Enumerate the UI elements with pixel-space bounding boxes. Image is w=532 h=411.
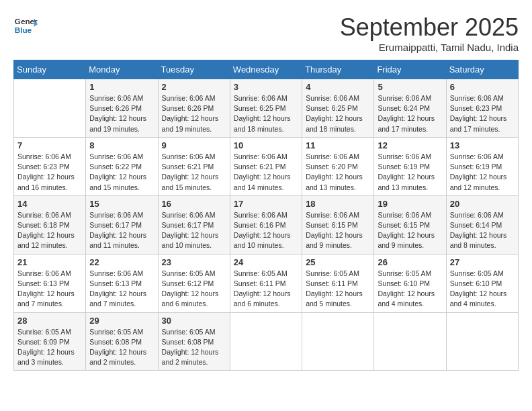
calendar-cell: 29Sunrise: 6:05 AM Sunset: 6:08 PM Dayli…: [86, 312, 158, 371]
calendar-cell: [230, 312, 302, 371]
day-info: Sunrise: 6:06 AM Sunset: 6:14 PM Dayligh…: [450, 210, 515, 251]
day-number: 3: [234, 82, 298, 92]
day-info: Sunrise: 6:06 AM Sunset: 6:25 PM Dayligh…: [306, 93, 370, 134]
location-subtitle: Erumaippatti, Tamil Nadu, India: [340, 42, 519, 53]
day-info: Sunrise: 6:06 AM Sunset: 6:13 PM Dayligh…: [89, 269, 154, 310]
calendar-cell: 4Sunrise: 6:06 AM Sunset: 6:25 PM Daylig…: [302, 79, 374, 138]
day-number: 17: [234, 199, 298, 209]
calendar-cell: [14, 79, 86, 138]
calendar-cell: 14Sunrise: 6:06 AM Sunset: 6:18 PM Dayli…: [14, 195, 86, 254]
day-number: 22: [89, 257, 154, 267]
day-number: 26: [378, 257, 442, 267]
logo: General Blue: [13, 13, 38, 38]
day-number: 18: [306, 199, 370, 209]
day-info: Sunrise: 6:06 AM Sunset: 6:20 PM Dayligh…: [306, 152, 370, 193]
calendar-cell: 27Sunrise: 6:05 AM Sunset: 6:10 PM Dayli…: [446, 254, 518, 312]
calendar-cell: 8Sunrise: 6:06 AM Sunset: 6:22 PM Daylig…: [86, 137, 158, 195]
calendar-cell: 26Sunrise: 6:05 AM Sunset: 6:10 PM Dayli…: [374, 254, 446, 312]
calendar-cell: 1Sunrise: 6:06 AM Sunset: 6:26 PM Daylig…: [86, 79, 158, 138]
day-number: 11: [306, 140, 370, 150]
day-number: 15: [89, 199, 154, 209]
day-info: Sunrise: 6:06 AM Sunset: 6:25 PM Dayligh…: [234, 93, 298, 134]
day-number: 27: [450, 257, 515, 267]
calendar-cell: 9Sunrise: 6:06 AM Sunset: 6:21 PM Daylig…: [158, 137, 230, 195]
day-number: 29: [89, 316, 154, 326]
day-number: 13: [450, 140, 515, 150]
day-number: 16: [162, 199, 226, 209]
weekday-header: Saturday: [446, 60, 518, 79]
calendar-cell: 12Sunrise: 6:06 AM Sunset: 6:19 PM Dayli…: [374, 137, 446, 195]
calendar-cell: 13Sunrise: 6:06 AM Sunset: 6:19 PM Dayli…: [446, 137, 518, 195]
day-info: Sunrise: 6:06 AM Sunset: 6:24 PM Dayligh…: [378, 93, 442, 134]
day-number: 20: [450, 199, 515, 209]
calendar-table: SundayMondayTuesdayWednesdayThursdayFrid…: [13, 60, 519, 371]
calendar-cell: 18Sunrise: 6:06 AM Sunset: 6:15 PM Dayli…: [302, 195, 374, 254]
svg-text:Blue: Blue: [15, 26, 32, 34]
month-title: September 2025: [340, 13, 519, 42]
calendar-cell: 19Sunrise: 6:06 AM Sunset: 6:15 PM Dayli…: [374, 195, 446, 254]
calendar-cell: 16Sunrise: 6:06 AM Sunset: 6:17 PM Dayli…: [158, 195, 230, 254]
calendar-week-row: 1Sunrise: 6:06 AM Sunset: 6:26 PM Daylig…: [14, 79, 519, 138]
weekday-header: Thursday: [302, 60, 374, 79]
day-info: Sunrise: 6:06 AM Sunset: 6:21 PM Dayligh…: [162, 152, 226, 193]
day-info: Sunrise: 6:06 AM Sunset: 6:13 PM Dayligh…: [17, 269, 82, 310]
day-info: Sunrise: 6:06 AM Sunset: 6:15 PM Dayligh…: [306, 210, 370, 251]
calendar-cell: 6Sunrise: 6:06 AM Sunset: 6:23 PM Daylig…: [446, 79, 518, 138]
day-info: Sunrise: 6:06 AM Sunset: 6:22 PM Dayligh…: [89, 152, 154, 193]
calendar-week-row: 21Sunrise: 6:06 AM Sunset: 6:13 PM Dayli…: [14, 254, 519, 312]
calendar-cell: 24Sunrise: 6:05 AM Sunset: 6:11 PM Dayli…: [230, 254, 302, 312]
day-info: Sunrise: 6:06 AM Sunset: 6:18 PM Dayligh…: [17, 210, 82, 251]
day-info: Sunrise: 6:05 AM Sunset: 6:10 PM Dayligh…: [450, 269, 515, 310]
day-info: Sunrise: 6:06 AM Sunset: 6:19 PM Dayligh…: [450, 152, 515, 193]
calendar-cell: 22Sunrise: 6:06 AM Sunset: 6:13 PM Dayli…: [86, 254, 158, 312]
page-header: General Blue September 2025 Erumaippatti…: [13, 13, 519, 53]
calendar-cell: 30Sunrise: 6:05 AM Sunset: 6:08 PM Dayli…: [158, 312, 230, 371]
day-info: Sunrise: 6:06 AM Sunset: 6:17 PM Dayligh…: [162, 210, 226, 251]
day-number: 1: [89, 82, 154, 92]
day-info: Sunrise: 6:06 AM Sunset: 6:23 PM Dayligh…: [17, 152, 82, 193]
day-info: Sunrise: 6:05 AM Sunset: 6:09 PM Dayligh…: [17, 327, 82, 368]
day-info: Sunrise: 6:06 AM Sunset: 6:26 PM Dayligh…: [162, 93, 226, 134]
day-number: 21: [17, 257, 82, 267]
day-number: 6: [450, 82, 515, 92]
calendar-cell: 10Sunrise: 6:06 AM Sunset: 6:21 PM Dayli…: [230, 137, 302, 195]
day-info: Sunrise: 6:05 AM Sunset: 6:12 PM Dayligh…: [162, 269, 226, 310]
day-number: 7: [17, 140, 82, 150]
day-number: 4: [306, 82, 370, 92]
day-info: Sunrise: 6:05 AM Sunset: 6:11 PM Dayligh…: [234, 269, 298, 310]
day-number: 5: [378, 82, 442, 92]
day-number: 12: [378, 140, 442, 150]
day-info: Sunrise: 6:06 AM Sunset: 6:21 PM Dayligh…: [234, 152, 298, 193]
day-info: Sunrise: 6:06 AM Sunset: 6:23 PM Dayligh…: [450, 93, 515, 134]
calendar-cell: 11Sunrise: 6:06 AM Sunset: 6:20 PM Dayli…: [302, 137, 374, 195]
day-info: Sunrise: 6:05 AM Sunset: 6:08 PM Dayligh…: [162, 327, 226, 368]
calendar-cell: 21Sunrise: 6:06 AM Sunset: 6:13 PM Dayli…: [14, 254, 86, 312]
weekday-header: Wednesday: [230, 60, 302, 79]
day-number: 30: [162, 316, 226, 326]
calendar-cell: 28Sunrise: 6:05 AM Sunset: 6:09 PM Dayli…: [14, 312, 86, 371]
day-info: Sunrise: 6:06 AM Sunset: 6:16 PM Dayligh…: [234, 210, 298, 251]
weekday-header: Sunday: [14, 60, 86, 79]
day-info: Sunrise: 6:05 AM Sunset: 6:08 PM Dayligh…: [89, 327, 154, 368]
day-number: 9: [162, 140, 226, 150]
calendar-cell: 20Sunrise: 6:06 AM Sunset: 6:14 PM Dayli…: [446, 195, 518, 254]
calendar-cell: 3Sunrise: 6:06 AM Sunset: 6:25 PM Daylig…: [230, 79, 302, 138]
calendar-cell: 5Sunrise: 6:06 AM Sunset: 6:24 PM Daylig…: [374, 79, 446, 138]
calendar-cell: 7Sunrise: 6:06 AM Sunset: 6:23 PM Daylig…: [14, 137, 86, 195]
calendar-cell: 23Sunrise: 6:05 AM Sunset: 6:12 PM Dayli…: [158, 254, 230, 312]
day-number: 19: [378, 199, 442, 209]
title-block: September 2025 Erumaippatti, Tamil Nadu,…: [340, 13, 519, 53]
day-info: Sunrise: 6:06 AM Sunset: 6:15 PM Dayligh…: [378, 210, 442, 251]
weekday-header: Friday: [374, 60, 446, 79]
calendar-cell: 25Sunrise: 6:05 AM Sunset: 6:11 PM Dayli…: [302, 254, 374, 312]
day-info: Sunrise: 6:05 AM Sunset: 6:11 PM Dayligh…: [306, 269, 370, 310]
day-number: 2: [162, 82, 226, 92]
calendar-cell: [302, 312, 374, 371]
day-number: 23: [162, 257, 226, 267]
day-number: 28: [17, 316, 82, 326]
calendar-week-row: 28Sunrise: 6:05 AM Sunset: 6:09 PM Dayli…: [14, 312, 519, 371]
day-number: 24: [234, 257, 298, 267]
day-info: Sunrise: 6:06 AM Sunset: 6:19 PM Dayligh…: [378, 152, 442, 193]
calendar-cell: [374, 312, 446, 371]
day-number: 8: [89, 140, 154, 150]
